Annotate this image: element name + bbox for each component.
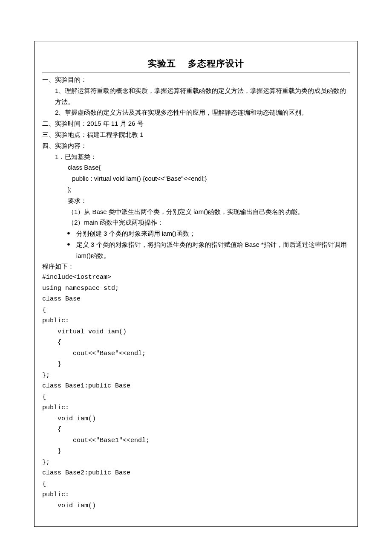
bullet-dot-icon: ● bbox=[67, 239, 76, 261]
bullet-text-1: 分别创建 3 个类的对象来调用 iam()函数； bbox=[76, 228, 350, 239]
page: 实验五多态程序设计 一、实验目的： 1、理解运算符重载的概念和实质，掌握运算符重… bbox=[0, 0, 392, 555]
bullet-item-2: ● 定义 3 个类的对象指针，将指向派生类的对象的指针赋值给 Base *指针，… bbox=[42, 239, 350, 261]
base-class-line-2: public : virtual void iam() {cout<<"Base… bbox=[42, 173, 350, 184]
requirement-2: （2）main 函数中完成两项操作： bbox=[42, 217, 350, 228]
program-label: 程序如下： bbox=[42, 261, 350, 272]
title-right: 多态程序设计 bbox=[188, 58, 244, 68]
requirements-label: 要求： bbox=[42, 195, 350, 206]
content-frame: 实验五多态程序设计 一、实验目的： 1、理解运算符重载的概念和实质，掌握运算符重… bbox=[34, 41, 358, 527]
base-class-line-1: class Base{ bbox=[42, 162, 350, 173]
bullet-item-1: ● 分别创建 3 个类的对象来调用 iam()函数； bbox=[42, 228, 350, 239]
requirement-1: （1）从 Base 类中派生出两个类，分别定义 iam()函数，实现输出自己类名… bbox=[42, 206, 350, 217]
base-class-line-3: }; bbox=[42, 184, 350, 195]
section-1-item-2: 2、掌握虚函数的定义方法及其在实现多态性中的应用，理解静态连编和动态链编的区别。 bbox=[42, 107, 350, 118]
code-block: #include<iostream> using namespace std; … bbox=[42, 272, 350, 511]
document-body: 一、实验目的： 1、理解运算符重载的概念和实质，掌握运算符重载函数的定义方法，掌… bbox=[42, 74, 350, 511]
section-1-item-1: 1、理解运算符重载的概念和实质，掌握运算符重载函数的定义方法，掌握运算符重载为类… bbox=[42, 85, 350, 107]
section-2-line: 二、实验时间：2015 年 11 月 26 号 bbox=[42, 118, 350, 129]
title-left: 实验五 bbox=[148, 58, 176, 68]
section-1-heading: 一、实验目的： bbox=[42, 74, 350, 85]
section-3-line: 三、实验地点：福建工程学院北教 1 bbox=[42, 129, 350, 140]
document-title: 实验五多态程序设计 bbox=[42, 58, 350, 69]
title-divider bbox=[42, 72, 350, 72]
bullet-text-2: 定义 3 个类的对象指针，将指向派生类的对象的指针赋值给 Base *指针，而后… bbox=[76, 239, 350, 261]
bullet-dot-icon: ● bbox=[67, 228, 76, 239]
section-4-item-1: 1．已知基类： bbox=[42, 151, 350, 162]
section-4-heading: 四、实验内容： bbox=[42, 140, 350, 151]
